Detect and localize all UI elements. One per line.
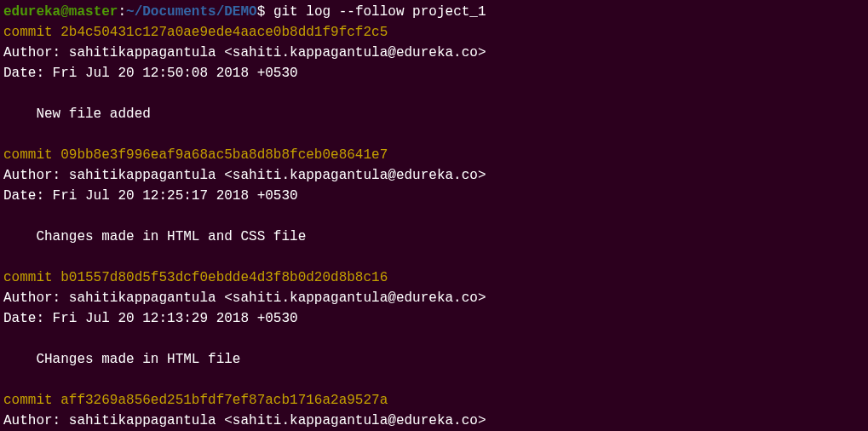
commit-hash: commit 2b4c50431c127a0ae9ede4aace0b8dd1f… <box>3 22 865 43</box>
commit-date: Date: Fri Jul 20 12:25:17 2018 +0530 <box>3 186 865 206</box>
blank-line <box>3 329 865 349</box>
commit-block: commit 09bb8e3f996eaf9a68ac5ba8d8b8fceb0… <box>3 145 865 267</box>
prompt-line[interactable]: edureka@master:~/Documents/DEMO$ git log… <box>3 2 865 22</box>
blank-line <box>3 124 865 145</box>
commit-block: commit b01557d80d5f53dcf0ebdde4d3f8b0d20… <box>3 267 865 390</box>
commit-author: Author: sahitikappagantula <sahiti.kappa… <box>3 165 865 186</box>
blank-line <box>3 83 865 104</box>
commit-date: Date: Fri Jul 20 12:50:08 2018 +0530 <box>3 63 865 83</box>
commit-message: Changes made in HTML and CSS file <box>3 227 865 247</box>
blank-line <box>3 206 865 227</box>
commit-block: commit aff3269a856ed251bfdf7ef87acb1716a… <box>3 390 865 431</box>
commit-message: CHanges made in HTML file <box>3 349 865 370</box>
commit-message: New file added <box>3 104 865 124</box>
command-text: git log --follow project_1 <box>273 4 486 20</box>
commit-author: Author: sahitikappagantula <sahiti.kappa… <box>3 288 865 308</box>
commit-block: commit 2b4c50431c127a0ae9ede4aace0b8dd1f… <box>3 22 865 145</box>
commit-author: Author: sahitikappagantula <sahiti.kappa… <box>3 43 865 63</box>
commit-hash: commit aff3269a856ed251bfdf7ef87acb1716a… <box>3 390 865 411</box>
commit-hash: commit 09bb8e3f996eaf9a68ac5ba8d8b8fceb0… <box>3 145 865 165</box>
blank-line <box>3 370 865 390</box>
prompt-user: edureka <box>3 4 60 20</box>
prompt-dollar: $ <box>257 4 266 20</box>
commit-date: Date: Fri Jul 20 12:13:29 2018 +0530 <box>3 308 865 329</box>
terminal-output: edureka@master:~/Documents/DEMO$ git log… <box>3 2 865 431</box>
commit-hash: commit b01557d80d5f53dcf0ebdde4d3f8b0d20… <box>3 267 865 288</box>
prompt-at: @ <box>60 4 69 20</box>
blank-line <box>3 247 865 267</box>
prompt-path: ~/Documents/DEMO <box>126 4 257 20</box>
prompt-colon: : <box>118 4 126 20</box>
prompt-host: master <box>69 4 118 20</box>
commit-author: Author: sahitikappagantula <sahiti.kappa… <box>3 411 865 431</box>
